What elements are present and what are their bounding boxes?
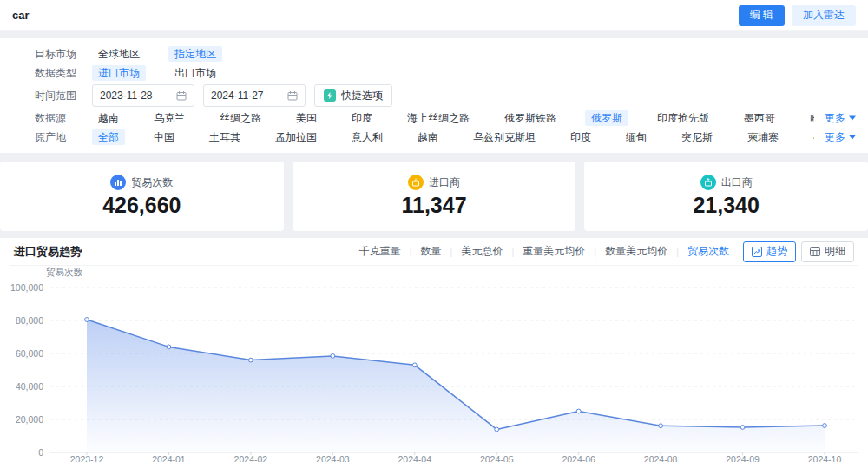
- data-point[interactable]: [412, 363, 417, 367]
- metric-tab[interactable]: 数量: [412, 244, 450, 259]
- data-point[interactable]: [495, 427, 499, 432]
- topbar-actions: 编 辑 加入雷达: [739, 5, 856, 26]
- x-tick-label: 2023-12: [70, 454, 104, 462]
- start-date-picker[interactable]: 2023-11-28: [92, 84, 194, 107]
- more-label: 更多: [825, 111, 845, 126]
- data-point[interactable]: [823, 424, 827, 428]
- x-tick-label: 2024-10: [808, 454, 842, 462]
- x-tick-label: 2024-06: [562, 454, 595, 462]
- start-date-value: 2023-11-28: [100, 89, 153, 102]
- data-type-row: 数据类型 进口市场出口市场: [35, 63, 856, 82]
- chevron-down-icon: [849, 116, 856, 121]
- origin-option[interactable]: 缅甸: [620, 129, 653, 145]
- metric-tab[interactable]: 千克重量: [351, 244, 410, 259]
- data-type-option[interactable]: 出口市场: [168, 65, 222, 81]
- trend-title: 进口贸易趋势: [14, 244, 82, 260]
- end-date-picker[interactable]: 2024-11-27: [203, 84, 306, 107]
- trend-tools: 千克重量|数量|美元总价|重量美元均价|数量美元均价|贸易次数 趋势 明细: [351, 241, 854, 262]
- y-tick-label: 0: [38, 447, 43, 458]
- calendar-icon: [287, 90, 298, 101]
- origin-option[interactable]: 土耳其: [203, 129, 247, 145]
- stat-card-exporters: 出口商 21,340: [584, 162, 868, 231]
- end-date-value: 2024-11-27: [211, 89, 264, 102]
- y-tick-label: 40,000: [16, 381, 43, 392]
- target-market-option[interactable]: 全球地区: [92, 46, 146, 62]
- filter-panel: 目标市场 全球地区指定地区 数据类型 进口市场出口市场 时间范围 2023-11…: [0, 38, 868, 153]
- stat-card-importers: 进口商 11,347: [293, 162, 576, 231]
- data-point[interactable]: [248, 358, 253, 362]
- origin-option[interactable]: 意大利: [345, 129, 389, 145]
- stat-label: 进口商: [429, 175, 460, 190]
- quick-options-icon: [324, 89, 336, 102]
- data-point[interactable]: [167, 345, 171, 349]
- data-source-option[interactable]: 海上丝绸之路: [401, 110, 476, 126]
- stat-cards-row: 贸易次数 426,660 进口商 11,347 出口商 21,: [0, 162, 868, 231]
- quick-options-label: 快捷选项: [341, 89, 383, 103]
- x-tick-label: 2024-04: [398, 454, 432, 462]
- origin-row: 原产地 全部中国土耳其孟加拉国意大利越南乌兹别克斯坦印度缅甸突尼斯柬埔寨德国保加…: [35, 128, 856, 147]
- data-type-option[interactable]: 进口市场: [92, 65, 146, 81]
- x-tick-label: 2024-03: [316, 454, 350, 462]
- data-point[interactable]: [576, 409, 581, 413]
- metric-tab[interactable]: 重量美元均价: [514, 244, 594, 259]
- trend-header: 进口贸易趋势 千克重量|数量|美元总价|重量美元均价|数量美元均价|贸易次数 趋…: [10, 238, 858, 266]
- data-source-option[interactable]: 美国: [290, 110, 323, 126]
- data-source-options: 越南乌克兰丝绸之路美国印度海上丝绸之路俄罗斯铁路俄罗斯印度抢先版墨西哥哈萨克斯坦…: [92, 111, 856, 126]
- data-source-option[interactable]: 越南: [92, 110, 125, 126]
- exporter-icon: [700, 175, 716, 190]
- time-range-label: 时间范围: [35, 89, 92, 103]
- table-icon: [810, 247, 820, 257]
- origin-option[interactable]: 全部: [92, 129, 125, 145]
- target-market-row: 目标市场 全球地区指定地区: [35, 44, 856, 63]
- origin-label: 原产地: [35, 130, 92, 145]
- stat-label: 贸易次数: [131, 175, 173, 190]
- data-point[interactable]: [85, 318, 89, 322]
- view-detail-button[interactable]: 明细: [801, 241, 854, 262]
- page-title: car: [12, 9, 30, 22]
- data-source-option[interactable]: 俄罗斯铁路: [498, 110, 562, 126]
- trend-panel: 进口贸易趋势 千克重量|数量|美元总价|重量美元均价|数量美元均价|贸易次数 趋…: [0, 238, 868, 462]
- origin-more-link[interactable]: 更多: [814, 130, 856, 145]
- origin-option[interactable]: 柬埔寨: [741, 129, 785, 145]
- origin-option[interactable]: 越南: [411, 129, 444, 145]
- metric-tab[interactable]: 贸易次数: [679, 244, 738, 259]
- calendar-icon: [176, 90, 187, 101]
- time-range-row: 时间范围 2023-11-28 2024-11-27 快捷选项: [35, 82, 856, 109]
- origin-option[interactable]: 中国: [148, 129, 181, 145]
- metric-tab[interactable]: 数量美元均价: [596, 244, 676, 259]
- trend-chart-icon: [752, 247, 762, 257]
- stat-label: 出口商: [721, 175, 753, 190]
- view-trend-button[interactable]: 趋势: [743, 241, 796, 262]
- data-source-more-link[interactable]: 更多: [814, 111, 856, 126]
- stat-value: 11,347: [401, 193, 466, 218]
- origin-options: 全部中国土耳其孟加拉国意大利越南乌兹别克斯坦印度缅甸突尼斯柬埔寨德国保加利亚葡萄…: [92, 130, 856, 145]
- data-point[interactable]: [331, 353, 335, 358]
- data-source-label: 数据源: [35, 111, 92, 126]
- metric-tab[interactable]: 美元总价: [452, 244, 511, 259]
- data-point[interactable]: [659, 424, 663, 428]
- data-point[interactable]: [740, 426, 745, 430]
- quick-options-button[interactable]: 快捷选项: [314, 84, 392, 107]
- data-source-option[interactable]: 乌克兰: [148, 110, 191, 126]
- importer-icon: [408, 175, 424, 190]
- data-source-option[interactable]: 墨西哥: [738, 110, 781, 126]
- data-source-option[interactable]: 印度抢先版: [651, 110, 715, 126]
- data-source-option[interactable]: 印度: [345, 110, 378, 126]
- origin-option[interactable]: 印度: [564, 129, 597, 145]
- target-market-options: 全球地区指定地区: [92, 47, 245, 62]
- view-trend-label: 趋势: [766, 244, 787, 259]
- target-market-option[interactable]: 指定地区: [168, 46, 222, 62]
- data-type-label: 数据类型: [35, 66, 92, 81]
- edit-button[interactable]: 编 辑: [739, 5, 785, 26]
- data-source-option[interactable]: 丝绸之路: [214, 110, 267, 126]
- origin-option[interactable]: 孟加拉国: [269, 129, 323, 145]
- data-source-option[interactable]: 俄罗斯: [585, 110, 628, 126]
- origin-option[interactable]: 突尼斯: [675, 129, 719, 145]
- stat-value: 426,660: [102, 193, 181, 218]
- y-tick-label: 100,000: [10, 282, 43, 293]
- top-bar: car 编 辑 加入雷达: [0, 0, 868, 31]
- add-to-radar-button[interactable]: 加入雷达: [792, 5, 856, 26]
- origin-option[interactable]: 乌兹别克斯坦: [467, 129, 542, 145]
- stat-value: 21,340: [693, 193, 759, 218]
- view-detail-label: 明细: [825, 244, 845, 259]
